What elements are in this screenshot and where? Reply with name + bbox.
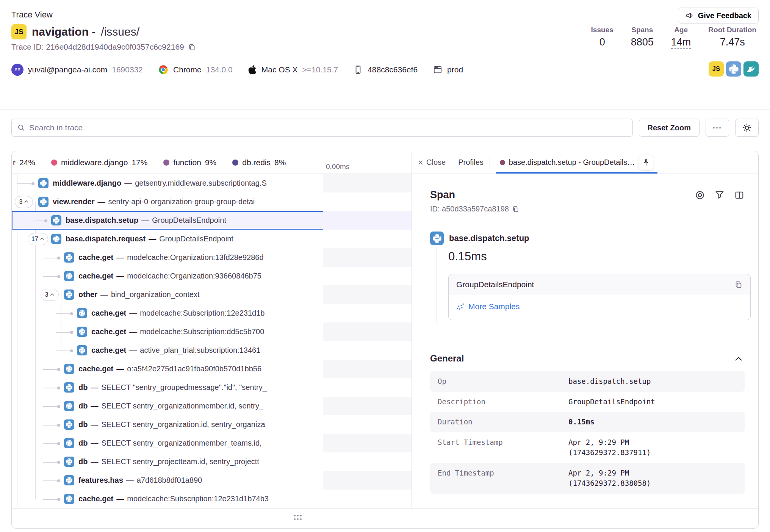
user-meta: YY yuval@pangea-ai.com 1690332 [11, 64, 143, 76]
tab-divider [490, 158, 490, 167]
autogroup-badge[interactable]: 3 [41, 289, 59, 301]
table-row[interactable]: cache.get—modelcache:Subscription:dd5c5b… [12, 322, 412, 341]
table-row-selected[interactable]: base.dispatch.setup—GroupDetailsEndpoint [12, 211, 412, 230]
legend-item-middleware-django[interactable]: middleware.django 17% [51, 158, 147, 167]
table-row[interactable]: db—SELECT sentry_projectteam.id, sentry_… [12, 452, 412, 471]
timeline-cell[interactable] [323, 341, 412, 360]
detail-panel-tabs: × Close Profiles base.dispatch.setup - G… [412, 151, 758, 174]
search-input[interactable] [29, 123, 627, 132]
user-avatar: YY [11, 64, 23, 76]
python-icon [51, 215, 61, 225]
pin-tab-button[interactable] [639, 155, 654, 170]
table-row[interactable]: cache.get—modelcache:Subscription:12e231… [12, 490, 412, 508]
span-heading: Span [430, 189, 455, 201]
tab-span-details[interactable]: base.dispatch.setup - GroupDetails… [496, 151, 657, 174]
timeline-cell[interactable] [323, 434, 412, 452]
table-row[interactable]: db—SELECT sentry_organization.id, sentry… [12, 415, 412, 434]
table-row[interactable]: cache.get—modelcache:Subscription:12e231… [12, 304, 412, 322]
table-row[interactable]: cache.get—modelcache:Organization:936608… [12, 267, 412, 285]
timeline-tick-label: 0.00ms [326, 163, 349, 171]
table-row[interactable]: cache.get—active_plan_trial:subscription… [12, 341, 412, 360]
device-meta: 488c8c636ef6 [353, 65, 418, 75]
browser-window-icon [433, 65, 443, 75]
timeline-cell[interactable] [323, 322, 412, 341]
table-row[interactable]: features.has—a7d618b8df01a890 [12, 471, 412, 490]
focus-span-icon[interactable] [695, 190, 705, 200]
timeline-cell[interactable] [323, 378, 412, 397]
timeline-cell[interactable] [323, 192, 412, 211]
search-icon [17, 124, 25, 132]
age-value[interactable]: 14m [671, 36, 691, 49]
python-icon [51, 234, 61, 244]
timeline-cell[interactable] [323, 360, 412, 378]
tree-connector [56, 313, 72, 314]
legend-item-clipped[interactable]: r 24% [13, 158, 35, 167]
span-type-dot [500, 160, 505, 165]
python-icon [64, 475, 74, 485]
timeline-cell[interactable] [323, 397, 412, 415]
table-row[interactable]: 17 base.dispatch.request—GroupDetailsEnd… [12, 230, 412, 248]
table-row[interactable]: middleware.django—getsentry.middleware.s… [12, 174, 412, 192]
reset-zoom-button[interactable]: Reset Zoom [639, 119, 700, 137]
timeline-cell[interactable] [323, 285, 412, 304]
python-icon [64, 419, 74, 430]
ops-legend: r 24% middleware.django 17% function 9% … [12, 151, 323, 174]
python-icon [64, 364, 74, 374]
page-title: Trace View [11, 10, 53, 20]
python-icon [64, 271, 74, 281]
filter-icon[interactable] [714, 190, 725, 200]
timeline-cell[interactable] [323, 452, 412, 471]
table-row[interactable]: db—SELECT sentry_organizationmember_team… [12, 434, 412, 452]
close-panel-button[interactable]: × Close [418, 157, 446, 168]
tree-connector [43, 388, 59, 388]
timeline-cell[interactable] [323, 230, 412, 248]
more-options-button[interactable]: ⋯ [706, 119, 729, 137]
timeline-cell[interactable] [323, 415, 412, 434]
tab-profiles[interactable]: Profiles [458, 158, 484, 167]
settings-button[interactable] [735, 119, 759, 137]
copy-span-id-icon[interactable] [512, 205, 520, 213]
python-icon [77, 327, 87, 337]
table-row[interactable]: cache.get—o:a5f42e275d1ac91fba90f0b570d1… [12, 360, 412, 378]
autogroup-badge[interactable]: 3 [15, 196, 33, 208]
table-row: Start Timestamp Apr 2, 9:29 PM(174362937… [430, 432, 745, 463]
timeline-cell[interactable] [323, 471, 412, 490]
header-divider [0, 110, 770, 110]
timeline-cell[interactable] [323, 174, 412, 192]
resize-drag-handle[interactable] [294, 515, 303, 522]
timeline-cell[interactable] [323, 304, 412, 322]
timeline-cell[interactable] [323, 490, 412, 508]
browser-name: Chrome [173, 65, 202, 74]
table-row[interactable]: cache.get—modelcache:Organization:13fd28… [12, 248, 412, 267]
table-row[interactable]: db—SELECT "sentry_groupedmessage"."id", … [12, 378, 412, 397]
trace-title: JS navigation - /issues/ [11, 24, 139, 39]
tab-divider [452, 158, 452, 167]
timeline-cell[interactable] [323, 248, 412, 267]
copy-description-icon[interactable] [734, 280, 743, 289]
more-samples-link[interactable]: More Samples [456, 302, 520, 311]
span-op-name: base.dispatch.setup [449, 233, 529, 243]
split-view-icon[interactable] [734, 190, 745, 200]
table-row[interactable]: 3 other—bind_organization_context [12, 285, 412, 304]
section-divider [420, 341, 751, 341]
table-row[interactable]: db—SELECT sentry_organizationmember.id, … [12, 397, 412, 415]
tree-connector [43, 369, 59, 370]
trace-stats: Issues 0 Spans 8805 Age 14m Root Duratio… [591, 26, 756, 49]
timeline-cell[interactable] [323, 267, 412, 285]
page-header: Trace View Give Feedback JS navigation -… [0, 0, 770, 110]
legend-dot [232, 160, 238, 166]
autogroup-badge[interactable]: 17 [28, 233, 48, 245]
python-icon [64, 252, 74, 263]
give-feedback-button[interactable]: Give Feedback [678, 8, 759, 23]
legend-item-db-redis[interactable]: db.redis 8% [232, 158, 286, 167]
python-icon [64, 401, 74, 411]
timeline-cell[interactable] [323, 211, 412, 230]
chrome-icon [158, 64, 169, 75]
trace-title-op: navigation - [32, 25, 95, 38]
copy-trace-id-icon[interactable] [188, 43, 196, 51]
tree-connector [43, 499, 59, 500]
legend-item-function[interactable]: function 9% [163, 158, 216, 167]
span-duration: 0.15ms [448, 250, 752, 263]
collapse-chevron-icon[interactable] [735, 356, 742, 361]
table-row[interactable]: 3 view.render—sentry-api-0-organization-… [12, 192, 412, 211]
